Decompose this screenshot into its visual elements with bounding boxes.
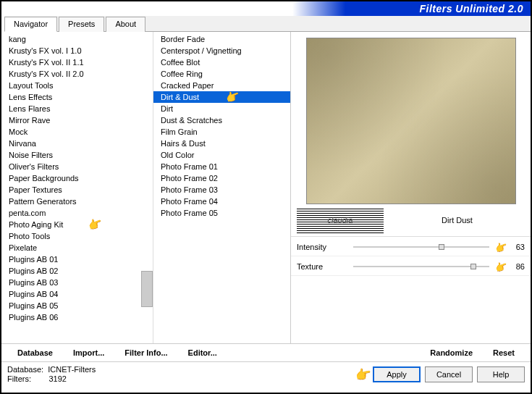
slider-thumb[interactable] <box>470 264 476 269</box>
app-title: Filters Unlimited 2.0 <box>419 3 523 14</box>
import-button[interactable]: Import... <box>63 347 114 359</box>
list-item[interactable]: kang <box>1 33 153 45</box>
list-item[interactable]: Dust & Scratches <box>153 114 290 126</box>
list-item[interactable]: Mock <box>1 126 153 138</box>
list-item[interactable]: Plugins AB 06 <box>1 311 153 323</box>
category-list[interactable]: kangKrusty's FX vol. I 1.0Krusty's FX vo… <box>1 32 153 343</box>
list-item[interactable]: Photo Frame 04 <box>153 196 290 207</box>
slider-label: Texture <box>297 262 347 271</box>
list-item[interactable]: Pattern Generators <box>1 196 153 207</box>
tab-navigator[interactable]: Navigator <box>4 17 57 32</box>
slider-label: Intensity <box>297 243 347 251</box>
sliders-area: Intensity👉63Texture👉86 <box>291 237 531 276</box>
preview-panel: claudia Dirt Dust Intensity👉63Texture👉86 <box>291 32 531 343</box>
list-item[interactable]: Cracked Paper <box>153 80 290 91</box>
filter-list[interactable]: Border FadeCenterspot / VignettingCoffee… <box>153 32 291 343</box>
list-item[interactable]: Mirror Rave <box>1 114 153 126</box>
slider-value: 63 <box>507 243 525 251</box>
apply-button[interactable]: Apply <box>373 366 421 382</box>
list-item[interactable]: Plugins AB 03 <box>1 277 153 288</box>
list-item[interactable]: Pixelate <box>1 242 153 253</box>
list-item[interactable]: Photo Frame 01 <box>153 161 290 172</box>
list-item[interactable]: Dirt <box>153 103 290 114</box>
list-item[interactable]: Centerspot / Vignetting <box>153 45 290 56</box>
list-item[interactable]: Dirt & Dust👉 <box>153 91 290 103</box>
list-item[interactable]: Coffee Blot <box>153 56 290 68</box>
list-item[interactable]: Old Color <box>153 149 290 161</box>
filter-info-button[interactable]: Filter Info... <box>114 347 177 359</box>
database-info: Database: ICNET-Filters Filters: 3192 <box>7 365 355 384</box>
list-item[interactable]: Krusty's FX vol. II 2.0 <box>1 68 153 80</box>
hand-pointer-icon: 👉 <box>354 365 372 383</box>
slider-track[interactable] <box>353 266 489 267</box>
list-item[interactable]: Noise Filters <box>1 149 153 161</box>
list-item[interactable]: Plugins AB 05 <box>1 300 153 311</box>
list-item[interactable]: Krusty's FX vol. II 1.1 <box>1 56 153 68</box>
reset-button[interactable]: Reset <box>483 347 525 359</box>
bottom-toolbar: Database Import... Filter Info... Editor… <box>1 343 531 362</box>
list-item[interactable]: Nirvana <box>1 138 153 149</box>
database-button[interactable]: Database <box>7 347 63 359</box>
list-item[interactable]: Lens Effects <box>1 91 153 103</box>
filter-name-label: Dirt Dust <box>389 216 525 225</box>
tabs: NavigatorPresetsAbout <box>4 16 531 32</box>
list-item[interactable]: Oliver's Filters <box>1 161 153 172</box>
list-item[interactable]: Paper Backgrounds <box>1 172 153 184</box>
preview-image <box>306 38 516 204</box>
list-item[interactable]: Film Grain <box>153 126 290 138</box>
list-item[interactable]: Photo Frame 05 <box>153 207 290 219</box>
slider-row: Texture👉86 <box>291 256 531 276</box>
list-item[interactable]: penta.com <box>1 207 153 219</box>
slider-thumb[interactable] <box>439 244 444 250</box>
hand-pointer-icon: 👉 <box>494 240 509 255</box>
slider-value: 86 <box>507 262 525 271</box>
list-item[interactable]: Plugins AB 04 <box>1 288 153 300</box>
main-content: kangKrusty's FX vol. I 1.0Krusty's FX vo… <box>1 32 531 343</box>
randomize-button[interactable]: Randomize <box>420 347 483 359</box>
list-item[interactable]: Layout Tools <box>1 80 153 91</box>
slider-track[interactable] <box>353 246 489 248</box>
header-bar: Filters Unlimited 2.0 <box>1 1 531 16</box>
tab-about[interactable]: About <box>106 17 145 32</box>
list-item[interactable]: Photo Aging Kit👉 <box>1 219 153 230</box>
help-button[interactable]: Help <box>477 366 525 382</box>
list-item[interactable]: Photo Frame 02 <box>153 172 290 184</box>
list-item[interactable]: Krusty's FX vol. I 1.0 <box>1 45 153 56</box>
list-item[interactable]: Lens Flares <box>1 103 153 114</box>
list-item[interactable]: Border Fade <box>153 33 290 45</box>
list-item[interactable]: Photo Tools <box>1 230 153 242</box>
editor-button[interactable]: Editor... <box>178 347 227 359</box>
list-item[interactable]: Plugins AB 01 <box>1 253 153 265</box>
list-item[interactable]: Photo Frame 03 <box>153 184 290 196</box>
tab-presets[interactable]: Presets <box>59 17 104 32</box>
list-item[interactable]: Coffee Ring <box>153 68 290 80</box>
list-item[interactable]: Plugins AB 02 <box>1 265 153 277</box>
list-item[interactable]: Paper Textures <box>1 184 153 196</box>
footer: Database: ICNET-Filters Filters: 3192 👉 … <box>1 362 531 387</box>
list-item[interactable]: Hairs & Dust <box>153 138 290 149</box>
cancel-button[interactable]: Cancel <box>425 366 473 382</box>
watermark-logo: claudia <box>297 207 384 233</box>
filter-info-row: claudia Dirt Dust <box>291 204 531 237</box>
hand-pointer-icon: 👉 <box>494 259 509 274</box>
scrollbar-thumb[interactable] <box>141 271 153 307</box>
slider-row: Intensity👉63 <box>291 237 531 256</box>
